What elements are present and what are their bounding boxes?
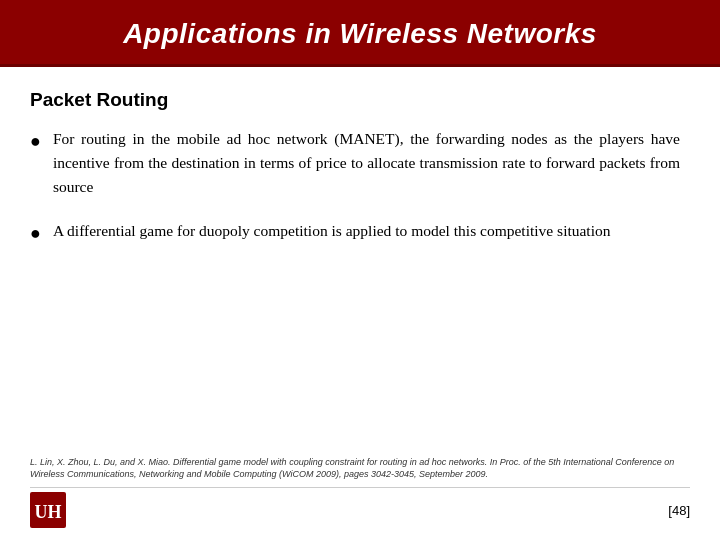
slide-header: Applications in Wireless Networks — [0, 0, 720, 67]
section-title: Packet Routing — [30, 89, 680, 111]
slide: Applications in Wireless Networks Packet… — [0, 0, 720, 540]
bullet-list: ● For routing in the mobile ad hoc netwo… — [30, 127, 680, 248]
uh-logo-icon: UH — [30, 492, 66, 528]
footer-bottom-bar: UH [48] — [30, 487, 690, 528]
slide-footer: L. Lin, X. Zhou, L. Du, and X. Miao. Dif… — [0, 448, 720, 540]
bullet-text-2: A differential game for duopoly competit… — [53, 219, 680, 243]
bullet-icon-2: ● — [30, 220, 41, 248]
bullet-text-1: For routing in the mobile ad hoc network… — [53, 127, 680, 199]
bullet-icon-1: ● — [30, 128, 41, 156]
svg-text:UH: UH — [35, 502, 62, 522]
uh-logo: UH — [30, 492, 66, 528]
citation-text: L. Lin, X. Zhou, L. Du, and X. Miao. Dif… — [30, 456, 690, 481]
page-number: [48] — [668, 503, 690, 518]
list-item: ● For routing in the mobile ad hoc netwo… — [30, 127, 680, 199]
slide-title: Applications in Wireless Networks — [30, 18, 690, 50]
list-item: ● A differential game for duopoly compet… — [30, 219, 680, 248]
